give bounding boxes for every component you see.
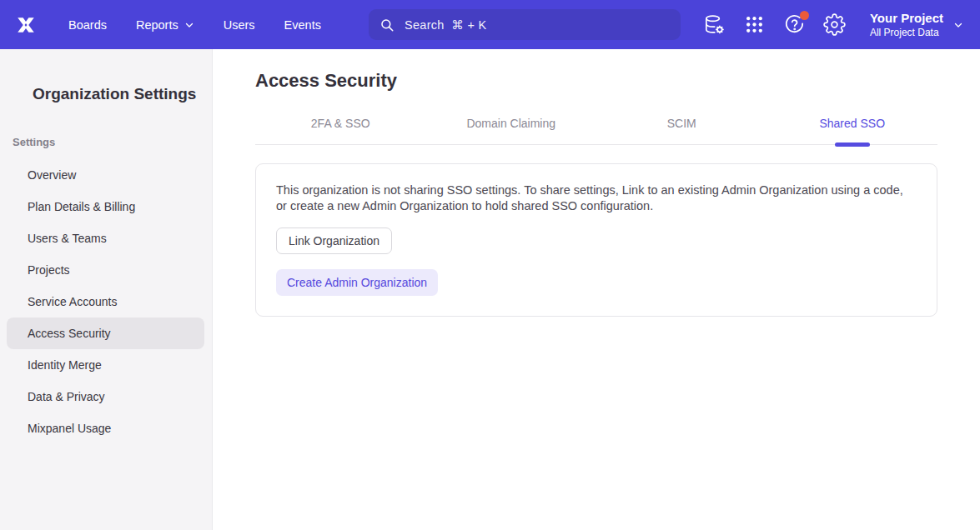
top-navigation-bar: Boards Reports Users Events [0, 0, 980, 49]
sidebar-item-plan-details-billing[interactable]: Plan Details & Billing [7, 191, 204, 222]
tab-label: Shared SSO [819, 117, 885, 130]
main-nav: Boards Reports Users Events [68, 18, 321, 32]
tab-scim[interactable]: SCIM [596, 117, 767, 144]
settings-gear-icon[interactable] [823, 13, 846, 36]
sidebar-item-projects[interactable]: Projects [7, 254, 204, 286]
project-switcher[interactable]: Your Project All Project Data [870, 11, 963, 39]
nav-item-reports[interactable]: Reports [136, 18, 194, 32]
tab-shared-sso[interactable]: Shared SSO [767, 117, 938, 144]
data-management-icon[interactable] [703, 13, 726, 36]
notification-badge [800, 11, 809, 20]
link-organization-button[interactable]: Link Organization [276, 228, 392, 254]
shared-sso-card: This organization is not sharing SSO set… [255, 163, 937, 317]
tab-domain-claiming[interactable]: Domain Claiming [426, 117, 597, 144]
access-security-tabs: 2FA & SSO Domain Claiming SCIM Shared SS… [255, 117, 937, 145]
chevron-down-icon [184, 20, 194, 30]
active-tab-indicator [835, 142, 870, 147]
nav-item-boards[interactable]: Boards [68, 18, 107, 32]
sidebar-section-label: Settings [13, 136, 212, 148]
sidebar-item-mixpanel-usage[interactable]: Mixpanel Usage [7, 412, 204, 444]
sidebar-item-service-accounts[interactable]: Service Accounts [7, 286, 204, 318]
help-icon[interactable] [783, 13, 806, 36]
page-title: Access Security [255, 70, 937, 92]
sidebar-title: Organization Settings [33, 85, 212, 103]
sidebar-item-identity-merge[interactable]: Identity Merge [7, 349, 204, 381]
tab-label: 2FA & SSO [311, 117, 370, 130]
tab-2fa-sso[interactable]: 2FA & SSO [255, 117, 426, 144]
sidebar-item-overview[interactable]: Overview [7, 159, 204, 191]
nav-label-events: Events [284, 18, 321, 32]
search-input[interactable] [403, 18, 670, 32]
main-content: Access Security 2FA & SSO Domain Claimin… [213, 49, 980, 530]
nav-label-reports: Reports [136, 18, 178, 32]
project-data-scope: All Project Data [870, 27, 943, 39]
sidebar-nav-list: Overview Plan Details & Billing Users & … [7, 159, 204, 444]
sidebar-item-users-teams[interactable]: Users & Teams [7, 222, 204, 254]
search-icon [379, 18, 395, 32]
shared-sso-description: This organization is not sharing SSO set… [276, 182, 912, 214]
tab-label: SCIM [667, 117, 696, 130]
chevron-down-icon [953, 20, 963, 30]
create-admin-organization-button[interactable]: Create Admin Organization [276, 269, 438, 296]
apps-grid-icon[interactable] [743, 13, 766, 36]
nav-item-users[interactable]: Users [224, 18, 255, 32]
nav-label-boards: Boards [68, 18, 107, 32]
nav-label-users: Users [224, 18, 255, 32]
project-name: Your Project [870, 11, 943, 26]
mixpanel-logo[interactable] [13, 12, 38, 38]
search-bar[interactable] [369, 9, 681, 40]
sidebar-item-data-privacy[interactable]: Data & Privacy [7, 381, 204, 412]
nav-item-events[interactable]: Events [284, 18, 321, 32]
topbar-actions: Your Project All Project Data [703, 11, 963, 39]
tab-label: Domain Claiming [466, 117, 555, 130]
settings-sidebar: Organization Settings Settings Overview … [0, 49, 213, 530]
sidebar-item-access-security[interactable]: Access Security [7, 318, 204, 349]
